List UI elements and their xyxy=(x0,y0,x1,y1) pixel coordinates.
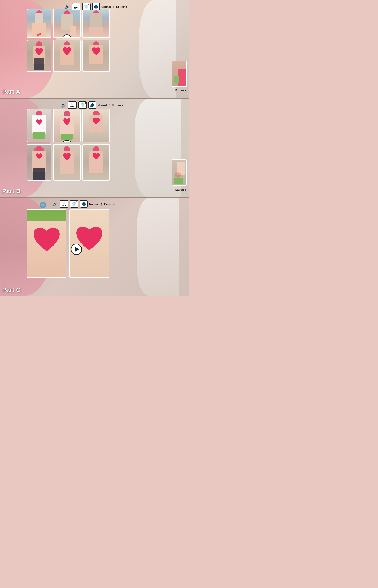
thumb-a5[interactable] xyxy=(53,40,81,72)
thumb-b2[interactable] xyxy=(53,109,81,142)
sound-button-a[interactable]: 🔊 xyxy=(64,4,70,9)
section-a: 🔊 📄 MP4 👕 6 🧥 Normal ↑ Extreme xyxy=(0,0,189,98)
page: 🔊 📄 MP4 👕 6 🧥 Normal ↑ Extreme xyxy=(0,0,189,296)
part-c-label: Part C xyxy=(2,286,20,293)
heart-censor-b3 xyxy=(92,118,101,125)
part-a-label: Part A xyxy=(2,88,20,95)
thumb-b4[interactable] xyxy=(27,144,52,181)
part-b-label: Part B xyxy=(2,187,20,195)
heart-censor-b1 xyxy=(35,119,43,125)
shirt-count-a: 6 xyxy=(88,3,90,6)
extreme-ctrl-label-b[interactable]: Extreme xyxy=(112,104,123,107)
mp4-label-b: MP4 xyxy=(70,105,74,107)
shirt-badge-b[interactable]: 👕 6 xyxy=(78,101,87,109)
extreme-label-text-a: Extreme xyxy=(176,89,186,92)
shirt-icon-a: 👕 xyxy=(84,4,89,9)
thumb-a1[interactable] xyxy=(27,9,52,38)
shirt-badge-a[interactable]: 👕 6 xyxy=(82,3,91,11)
mp4-icon-a: 📄 xyxy=(75,5,77,7)
shirt-icon-b: 👕 xyxy=(80,103,85,107)
heart-censor-b6 xyxy=(92,153,101,160)
thumb-b5[interactable] xyxy=(53,144,81,181)
heart-censor-c1 xyxy=(32,226,61,252)
thumb-a3[interactable] xyxy=(82,9,110,38)
outfit-icon-c[interactable]: 🧥 xyxy=(80,200,88,208)
section-c: 🔊 📄 MP4 👕 6 🧥 Normal ↑ Extreme xyxy=(0,198,189,296)
sound-button-b[interactable]: 🔊 xyxy=(61,102,66,108)
thumb-a2[interactable] xyxy=(53,9,81,38)
normal-label-a[interactable]: Normal xyxy=(101,5,111,8)
extreme-label-text-b: Extreme xyxy=(176,188,186,191)
normal-label-c[interactable]: Normal xyxy=(89,202,99,206)
extreme-ctrl-label-c[interactable]: Extreme xyxy=(104,202,115,206)
thumb-b6[interactable] xyxy=(82,144,110,181)
mp4-icon-c: 📄 xyxy=(63,202,65,204)
extreme-arrow-a: ↑ xyxy=(112,4,115,9)
heart-censor-a6 xyxy=(91,47,101,55)
section-b: 🔊 📄 MP4 👕 6 🧥 Normal ↑ Extreme xyxy=(0,99,189,197)
thumb-a6[interactable] xyxy=(82,40,110,72)
mp4-label-c: MP4 xyxy=(62,204,66,206)
sound-button-c[interactable]: 🔊 xyxy=(52,201,58,207)
play-button-c-overlay[interactable] xyxy=(71,244,82,255)
thumb-b1[interactable] xyxy=(27,109,52,142)
extreme-label-a[interactable]: Extreme xyxy=(116,5,127,8)
heart-censor-b4 xyxy=(35,153,43,159)
outfit-icon-a[interactable]: 🧥 xyxy=(92,3,100,11)
mp4-badge-c[interactable]: 📄 MP4 xyxy=(60,200,68,208)
outfit-icon-b[interactable]: 🧥 xyxy=(88,101,96,109)
mp4-badge-a[interactable]: 📄 MP4 xyxy=(72,3,81,11)
heart-censor-a5 xyxy=(62,47,72,55)
normal-label-b[interactable]: Normal xyxy=(98,104,107,107)
shirt-count-c: 6 xyxy=(76,201,77,203)
mp4-label-a: MP4 xyxy=(74,7,78,9)
extreme-arrow-c: ↑ xyxy=(100,202,102,207)
thumb-c1[interactable] xyxy=(27,209,67,278)
mp4-badge-b[interactable]: 📄 MP4 xyxy=(68,101,77,109)
mp4-icon-b: 📄 xyxy=(71,103,74,105)
heart-censor-b5 xyxy=(62,153,71,160)
shirt-count-b: 6 xyxy=(85,102,86,104)
heart-censor-a4 xyxy=(35,48,44,56)
extreme-arrow-b: ↑ xyxy=(109,103,111,108)
thumb-a4[interactable] xyxy=(27,40,52,72)
extreme-thumb-a[interactable] xyxy=(172,61,187,87)
shirt-badge-c[interactable]: 👕 6 xyxy=(70,200,78,208)
thumb-b3[interactable] xyxy=(82,109,110,142)
extreme-thumb-b[interactable] xyxy=(172,159,187,185)
shirt-icon-c: 👕 xyxy=(72,202,77,206)
heart-censor-b2 xyxy=(63,118,71,125)
